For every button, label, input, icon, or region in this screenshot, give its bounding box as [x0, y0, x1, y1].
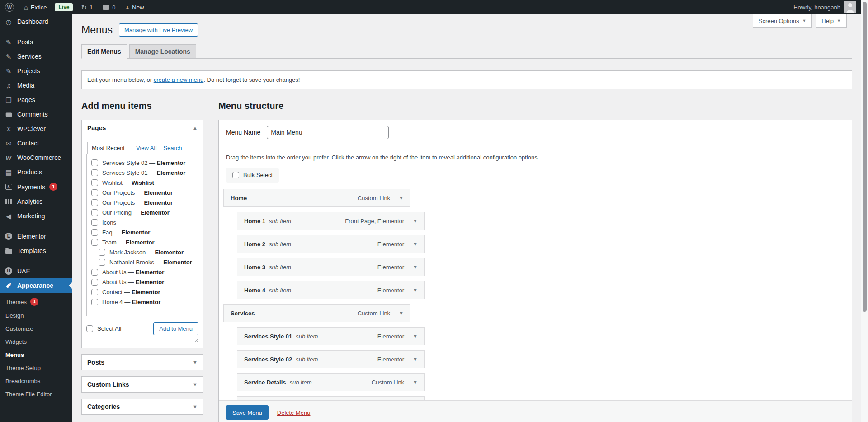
pages-tab-most-recent[interactable]: Most Recent — [87, 142, 129, 154]
menu-item-bar[interactable]: Home 4sub itemElementor▼ — [237, 281, 425, 299]
pages-tab-search[interactable]: Search — [163, 145, 182, 151]
page-checkbox-item[interactable]: Our Pricing — Elementor — [87, 207, 198, 217]
delete-menu-link[interactable]: Delete Menu — [277, 409, 311, 416]
submenu-item-theme-file-editor[interactable]: Theme File Editor — [0, 388, 72, 401]
sidebar-item-uae[interactable]: UUAE — [0, 264, 72, 278]
menu-item-bar[interactable]: Services Style 02sub itemElementor▼ — [237, 350, 425, 368]
save-menu-button[interactable]: Save Menu — [226, 405, 269, 420]
panel-header[interactable]: Categories▼ — [82, 399, 203, 414]
page-checkbox-item[interactable]: Icons — [87, 217, 198, 227]
page-checkbox-item[interactable]: Faq — Elementor — [87, 227, 198, 237]
sidebar-item-wpclever[interactable]: ✳WPClever — [0, 122, 72, 136]
sidebar-item-pages[interactable]: ❐Pages — [0, 93, 72, 107]
page-checkbox[interactable] — [91, 239, 98, 246]
page-checkbox[interactable] — [99, 259, 105, 266]
page-checkbox[interactable] — [91, 159, 98, 166]
account-menu[interactable]: Howdy, hoanganh — [793, 1, 868, 13]
menu-name-input[interactable] — [267, 126, 389, 139]
help-button[interactable]: Help ▼ — [816, 14, 847, 28]
manage-with-live-preview-button[interactable]: Manage with Live Preview — [119, 23, 198, 37]
submenu-item-breadcrumbs[interactable]: Breadcrumbs — [0, 375, 72, 388]
menu-item-bar[interactable]: ServicesCustom Link▼ — [223, 304, 410, 322]
bulk-select-control[interactable]: Bulk Select — [226, 168, 279, 183]
bulk-select-checkbox[interactable] — [232, 172, 239, 178]
item-toggle-icon[interactable]: ▼ — [411, 378, 420, 387]
page-checkbox[interactable] — [91, 269, 98, 276]
page-checkbox-item[interactable]: Our Projects — Elementor — [87, 188, 198, 197]
page-checkbox[interactable] — [91, 299, 98, 305]
page-checkbox[interactable] — [91, 169, 98, 176]
site-name-link[interactable]: ⌂ Extice — [19, 0, 52, 14]
screen-options-button[interactable]: Screen Options ▼ — [753, 14, 812, 28]
submenu-item-theme-setup[interactable]: Theme Setup — [0, 361, 72, 375]
page-scrollbar[interactable] — [861, 0, 868, 422]
sidebar-item-dashboard[interactable]: ◴Dashboard — [0, 14, 72, 29]
page-checkbox[interactable] — [91, 229, 98, 236]
submenu-item-design[interactable]: Design — [0, 309, 72, 322]
sidebar-item-contact[interactable]: ✉Contact — [0, 136, 72, 150]
scrollbar-thumb[interactable] — [863, 2, 867, 312]
updates-link[interactable]: ↻ 1 — [76, 0, 98, 14]
page-checkbox[interactable] — [91, 289, 98, 295]
item-toggle-icon[interactable]: ▼ — [411, 286, 420, 295]
menu-item-bar[interactable]: HomeCustom Link▼ — [223, 189, 410, 207]
item-toggle-icon[interactable]: ▼ — [411, 216, 420, 225]
page-checkbox-item[interactable]: Nathaniel Brooks — Elementor — [87, 257, 198, 267]
resize-handle[interactable] — [193, 338, 198, 343]
sidebar-item-products[interactable]: ▤Products — [0, 165, 72, 179]
page-checkbox[interactable] — [91, 199, 98, 206]
menu-item-bar[interactable]: Services Style 01sub itemElementor▼ — [237, 327, 425, 345]
panel-header[interactable]: Custom Links▼ — [82, 377, 203, 392]
menu-item-bar[interactable]: Service Detailssub itemCustom Link▼ — [237, 373, 425, 391]
page-checkbox[interactable] — [99, 249, 105, 256]
create-new-menu-link[interactable]: create a new menu — [154, 76, 204, 83]
page-checkbox[interactable] — [91, 279, 98, 286]
page-checkbox-item[interactable]: About Us — Elementor — [87, 267, 198, 277]
pages-tab-view-all[interactable]: View All — [136, 145, 156, 151]
menu-item-partial[interactable] — [237, 396, 425, 400]
sidebar-item-templates[interactable]: Templates — [0, 244, 72, 258]
wordpress-logo-menu[interactable]: W — [0, 0, 19, 14]
submenu-item-widgets[interactable]: Widgets — [0, 335, 72, 348]
page-checkbox-item[interactable]: Home 4 — Elementor — [87, 297, 198, 307]
submenu-item-customize[interactable]: Customize — [0, 322, 72, 335]
sidebar-item-services[interactable]: ✎Services — [0, 49, 72, 64]
page-checkbox-item[interactable]: Our Projects — Elementor — [87, 197, 198, 207]
item-toggle-icon[interactable]: ▼ — [397, 309, 406, 318]
select-all-checkbox[interactable] — [86, 325, 93, 332]
page-checkbox-item[interactable]: Mark Jackson — Elementor — [87, 247, 198, 257]
panel-header[interactable]: Posts▼ — [82, 355, 203, 370]
page-checkbox-item[interactable]: Wishlist — Wishlist — [87, 178, 198, 188]
sidebar-item-projects[interactable]: ✎Projects — [0, 64, 72, 78]
tab-edit-menus[interactable]: Edit Menus — [81, 44, 127, 59]
sidebar-item-marketing[interactable]: ◀Marketing — [0, 209, 72, 223]
page-checkbox-item[interactable]: Services Style 01 — Elementor — [87, 168, 198, 178]
page-checkbox[interactable] — [91, 189, 98, 196]
item-toggle-icon[interactable]: ▼ — [397, 193, 406, 202]
tab-manage-locations[interactable]: Manage Locations — [129, 44, 196, 58]
page-checkbox[interactable] — [91, 209, 98, 216]
item-toggle-icon[interactable]: ▼ — [411, 263, 420, 272]
sidebar-item-comments[interactable]: Comments — [0, 107, 72, 122]
submenu-item-themes[interactable]: Themes1 — [0, 295, 72, 309]
page-checkbox-item[interactable]: Services Style 02 — Elementor — [87, 158, 198, 168]
pages-panel-header[interactable]: Pages ▲ — [82, 120, 203, 136]
item-toggle-icon[interactable]: ▼ — [411, 355, 420, 364]
sidebar-item-posts[interactable]: ✎Posts — [0, 35, 72, 49]
item-toggle-icon[interactable]: ▼ — [411, 332, 420, 341]
menu-item-bar[interactable]: Home 1sub itemFront Page, Elementor▼ — [237, 212, 425, 230]
comments-link[interactable]: 0 — [98, 0, 120, 14]
sidebar-item-appearance[interactable]: ✐Appearance — [0, 278, 72, 293]
page-checkbox[interactable] — [91, 219, 98, 226]
submenu-item-menus[interactable]: Menus — [0, 348, 72, 361]
add-to-menu-button[interactable]: Add to Menu — [153, 322, 198, 335]
page-checkbox-item[interactable]: Team — Elementor — [87, 237, 198, 247]
new-content-menu[interactable]: + New — [121, 0, 149, 14]
page-checkbox-item[interactable]: Contact — Elementor — [87, 287, 198, 297]
sidebar-item-media[interactable]: ♫Media — [0, 78, 72, 93]
menu-item-bar[interactable]: Home 2sub itemElementor▼ — [237, 235, 425, 253]
page-checkbox[interactable] — [91, 179, 98, 186]
sidebar-item-payments[interactable]: $Payments1 — [0, 179, 72, 194]
sidebar-item-analytics[interactable]: Analytics — [0, 194, 72, 209]
live-status[interactable]: Live — [52, 0, 76, 14]
